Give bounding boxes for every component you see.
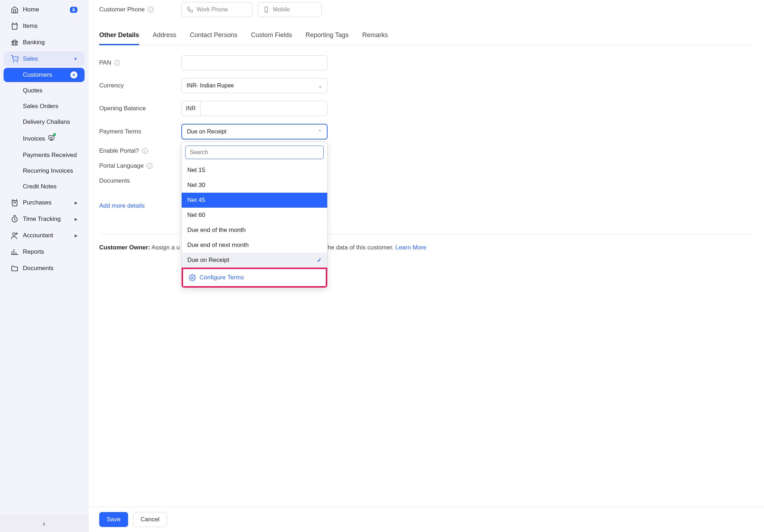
option-net60[interactable]: Net 60 [182, 208, 327, 223]
svg-point-4 [13, 233, 15, 235]
nav-documents[interactable]: Documents [4, 261, 85, 276]
payment-terms-select[interactable]: Due on Receipt ⌃ [181, 124, 328, 140]
tab-contact-persons[interactable]: Contact Persons [190, 31, 237, 45]
option-net30[interactable]: Net 30 [182, 178, 327, 193]
clock-icon [11, 215, 19, 223]
info-icon[interactable]: i [114, 60, 120, 66]
nav-invoices[interactable]: Invoices [4, 131, 85, 147]
sidebar: Home 8 Items Banking Sales ▼ Customers +… [0, 0, 88, 532]
sidebar-collapse[interactable]: ‹ [0, 515, 88, 532]
svg-point-5 [16, 233, 17, 234]
svg-point-1 [17, 61, 17, 62]
label-pan-text: PAN [99, 59, 111, 66]
nav-sales-orders[interactable]: Sales Orders [4, 99, 85, 113]
nav-sales[interactable]: Sales ▼ [4, 51, 85, 66]
tab-reporting-tags[interactable]: Reporting Tags [305, 31, 349, 45]
add-more-details-link[interactable]: Add more details [99, 202, 145, 209]
configure-terms-label: Configure Terms [199, 274, 244, 281]
svg-rect-6 [265, 7, 268, 12]
pan-input[interactable] [181, 55, 328, 70]
option-due-end-month[interactable]: Due end of the month [182, 223, 327, 238]
tab-remarks[interactable]: Remarks [362, 31, 388, 45]
nav-accountant-label: Accountant [23, 232, 53, 239]
nav-delivery-challans[interactable]: Delivery Challans [4, 115, 85, 129]
chevron-right-icon: ▶ [75, 233, 77, 238]
option-net45[interactable]: Net 45 [182, 193, 327, 208]
nav-credit-notes[interactable]: Credit Notes [4, 179, 85, 194]
opening-balance-input[interactable] [200, 101, 328, 116]
nav-documents-label: Documents [23, 265, 54, 272]
row-pan: PAN i [99, 55, 753, 70]
nav-items-label: Items [23, 22, 38, 30]
payment-terms-value: Due on Receipt [187, 128, 226, 135]
mobile-placeholder: Mobile [273, 6, 290, 13]
chevron-down-icon: ▼ [74, 57, 77, 61]
monitor-icon [48, 134, 55, 143]
nav-time-tracking-label: Time Tracking [23, 216, 61, 223]
nav-recurring-invoices[interactable]: Recurring Invoices [4, 164, 85, 178]
nav-reports[interactable]: Reports [4, 244, 85, 259]
owner-prefix: Customer Owner: [99, 244, 150, 251]
balance-currency-prefix: INR [181, 101, 200, 116]
label-currency-text: Currency [99, 82, 124, 89]
dropdown-search-input[interactable] [185, 146, 324, 159]
nav-banking-label: Banking [23, 39, 45, 46]
nav-accountant[interactable]: Accountant ▶ [4, 228, 85, 243]
nav-banking[interactable]: Banking [4, 35, 85, 50]
row-customer-phone: Customer Phone i Work Phone Mobile [99, 2, 753, 17]
nav-sales-orders-label: Sales Orders [23, 103, 58, 110]
folder-icon [11, 264, 19, 272]
configure-terms-link[interactable]: Configure Terms [182, 268, 327, 288]
option-net15[interactable]: Net 15 [182, 163, 327, 178]
work-phone-input[interactable]: Work Phone [181, 2, 253, 17]
mobile-icon [263, 6, 269, 13]
learn-more-link[interactable]: Learn More [395, 244, 426, 251]
shopping-bag-icon [11, 199, 19, 207]
mobile-input[interactable]: Mobile [258, 2, 322, 17]
label-opening-balance: Opening Balance [99, 105, 174, 112]
option-due-on-receipt-label: Due on Receipt [187, 257, 229, 264]
nav-items[interactable]: Items [4, 19, 85, 34]
tab-other-details[interactable]: Other Details [99, 31, 139, 45]
nav-customers[interactable]: Customers + [4, 68, 85, 82]
save-button[interactable]: Save [99, 512, 128, 527]
user-icon [11, 232, 19, 239]
tabs: Other Details Address Contact Persons Cu… [99, 31, 753, 45]
tab-custom-fields[interactable]: Custom Fields [251, 31, 292, 45]
home-badge: 8 [70, 7, 77, 13]
work-phone-placeholder: Work Phone [197, 6, 228, 13]
check-icon: ✓ [317, 257, 322, 264]
label-enable-portal: Enable Portal? i [99, 147, 174, 154]
label-enable-portal-text: Enable Portal? [99, 147, 139, 154]
info-icon[interactable]: i [142, 148, 148, 154]
gear-icon [189, 274, 196, 281]
currency-value: INR- Indian Rupee [187, 82, 234, 89]
dropdown-search-wrap [185, 146, 324, 159]
info-icon[interactable]: i [148, 7, 153, 12]
footer-bar: Save Cancel [88, 507, 764, 532]
nav-home-label: Home [23, 6, 39, 13]
svg-rect-2 [49, 136, 54, 139]
chevron-up-icon: ⌃ [318, 129, 322, 135]
label-customer-phone: Customer Phone i [99, 6, 174, 13]
nav-invoices-label: Invoices [23, 135, 45, 142]
nav-payments-received[interactable]: Payments Received [4, 148, 85, 162]
nav-purchases[interactable]: Purchases ▶ [4, 195, 85, 210]
row-opening-balance: Opening Balance INR [99, 101, 753, 116]
chevron-down-icon: ⌄ [318, 83, 322, 88]
nav-quotes[interactable]: Quotes [4, 83, 85, 98]
nav-delivery-challans-label: Delivery Challans [23, 118, 70, 126]
label-opening-balance-text: Opening Balance [99, 105, 146, 112]
label-pan: PAN i [99, 59, 174, 66]
currency-select[interactable]: INR- Indian Rupee ⌄ [181, 78, 328, 93]
info-icon[interactable]: i [147, 163, 152, 169]
row-payment-terms: Payment Terms Due on Receipt ⌃ Net 15 Ne… [99, 124, 753, 140]
nav-time-tracking[interactable]: Time Tracking ▶ [4, 212, 85, 227]
nav-home[interactable]: Home 8 [4, 2, 85, 17]
option-due-end-next-month[interactable]: Due end of next month [182, 238, 327, 253]
cancel-button[interactable]: Cancel [133, 512, 167, 527]
option-due-on-receipt[interactable]: Due on Receipt ✓ [182, 253, 327, 268]
add-customer-icon[interactable]: + [70, 71, 77, 78]
home-icon [11, 6, 19, 14]
tab-address[interactable]: Address [153, 31, 176, 45]
